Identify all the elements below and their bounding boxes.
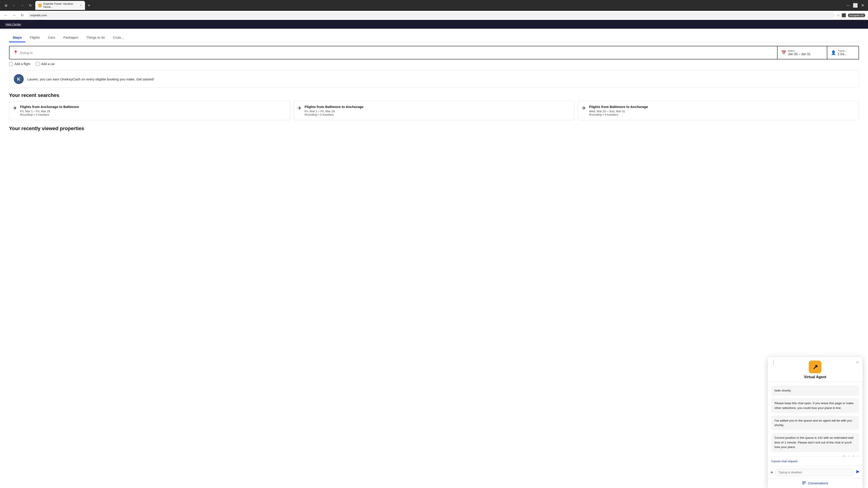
flight-icon-2: ✈ [582,105,586,111]
destination-field[interactable]: 📍 Going to [9,46,778,59]
search-card-1[interactable]: ✈ Flights from Baltimore to Anchorage Fr… [293,101,575,120]
card-detail2-1: Roundtrip • 2 travelers [305,113,364,116]
search-card-0[interactable]: ✈ Flights from Anchorage to Baltimore Fr… [9,101,290,120]
sidebar-icon[interactable]: ⬛ [842,13,846,18]
recent-searches-heading: Your recent searches [9,92,859,98]
tab-things-to-do[interactable]: Things to do [83,33,109,42]
add-flight-checkbox-label[interactable]: Add a flight [9,62,30,66]
card-detail2-0: Roundtrip • 2 travelers [20,113,79,116]
chat-message-1: Please keep this chat open. If you leave… [771,398,859,413]
back-button[interactable]: ← [11,2,17,8]
restore-window-button[interactable]: ⬜ [852,3,858,8]
forward-nav-button[interactable]: → [11,12,17,19]
browser-chrome: ⊕ ← → ↻ ✈ Expedia Travel: Vacation Home.… [0,0,868,11]
banner-avatar: K [14,74,24,84]
dates-label: Dates [788,50,811,52]
add-car-checkbox-label[interactable]: Add a car [36,62,55,66]
flight-icon-0: ✈ [13,105,17,111]
bookmark-icon[interactable]: ☆ [837,13,840,18]
page-content: Help Center Stays Flights Cars Packages … [0,20,868,488]
active-tab[interactable]: ✈ Expedia Travel: Vacation Home... × [35,1,85,10]
incognito-badge[interactable]: Incognito (2) [848,13,865,17]
tab-cruises[interactable]: Cruis... [110,33,127,42]
address-bar-right: ☆ ⬛ Incognito (2) [837,13,865,18]
forward-button[interactable]: → [19,2,25,8]
card-title-0: Flights from Anchorage to Baltimore [20,105,79,109]
browser-nav-controls: ⊕ ← → ↻ [3,2,33,8]
calendar-icon: 📅 [781,50,786,55]
card-info-2: Flights from Baltimore to Anchorage Wed,… [589,105,648,116]
card-detail1-2: Wed, Mar 20 – Sun, Mar 31 [589,109,648,113]
chat-options-button[interactable]: ⋮ [771,360,776,365]
chat-send-button[interactable] [855,469,860,475]
chat-input [775,468,854,476]
chat-add-button[interactable]: + [770,469,773,475]
recent-searches-cards: ✈ Flights from Anchorage to Baltimore Fr… [0,101,868,120]
card-detail1-0: Fri, Mar 1 – Fri, Mar 29 [20,109,79,113]
agent-logo: ↗ [809,361,822,373]
travelers-label: Travel... [838,50,847,52]
tab-stays[interactable]: Stays [9,33,25,42]
agent-title: Virtual Agent [804,375,827,379]
add-car-label: Add a car [41,62,55,66]
card-info-0: Flights from Anchorage to Baltimore Fri,… [20,105,79,116]
chat-message-3: Current position in the queue is 142 wit… [771,433,859,452]
help-center-link[interactable]: Help Center [5,23,21,26]
search-card-2[interactable]: ✈ Flights from Baltimore to Anchorage We… [578,101,859,120]
chat-widget: ⋮ ↗ Virtual Agent − hello shortly. Pleas… [768,357,863,488]
profile-switcher[interactable]: ⊕ [3,2,9,8]
tab-packages[interactable]: Packages [60,33,82,42]
cancel-chat-button[interactable]: Cancel chat request [771,459,798,464]
card-title-1: Flights from Baltimore to Anchorage [305,105,364,109]
svg-rect-2 [802,484,804,484]
dates-field-inner: Dates Jan 30 – Jan 31 [788,50,811,56]
reload-button[interactable]: ↻ [27,2,33,8]
extras-row: Add a flight Add a car [9,62,859,66]
url-input[interactable] [27,12,835,18]
tab-favicon: ✈ [38,4,41,7]
avatar-letter: K [17,76,20,82]
svg-rect-1 [802,483,806,483]
onekeycash-banner: K Lauren, you can earn OneKeyCash on eve… [9,70,859,88]
new-tab-button[interactable]: + [86,2,92,9]
card-title-2: Flights from Baltimore to Anchorage [589,105,648,109]
dates-field[interactable]: 📅 Dates Jan 30 – Jan 31 [778,46,827,59]
add-flight-label: Add a flight [14,62,30,66]
conversations-link[interactable]: Conversations [808,482,828,485]
close-window-button[interactable]: ✕ [860,3,865,8]
chat-header: ⋮ ↗ Virtual Agent − [768,357,863,382]
banner-text: Lauren, you can earn OneKeyCash on every… [27,77,154,81]
chat-minimize-button[interactable]: − [856,360,859,365]
tab-cars[interactable]: Cars [44,33,59,42]
chat-message-2: I've added you to the queue and an agent… [771,416,859,430]
person-icon: 👤 [831,50,836,55]
site-header: Help Center [0,20,868,29]
location-icon: 📍 [13,50,18,55]
travelers-field[interactable]: 👤 Travel... 2 tra... [827,46,859,59]
card-detail1-1: Fri, Mar 1 – Fri, Mar 29 [305,109,364,113]
search-tabs: Stays Flights Cars Packages Things to do… [9,33,859,42]
svg-rect-0 [802,482,806,482]
recently-viewed-heading: Your recently viewed properties [9,126,859,131]
tab-bar: ✈ Expedia Travel: Vacation Home... × + [35,1,842,10]
window-controls: ─ ⬜ ✕ [845,3,865,8]
minimize-window-button[interactable]: ─ [845,3,851,8]
reload-nav-button[interactable]: ↻ [19,12,25,19]
tab-flights[interactable]: Flights [26,33,43,42]
destination-placeholder: Going to [20,51,33,55]
back-nav-button[interactable]: ← [3,12,9,19]
card-detail2-2: Roundtrip • 4 travelers [589,113,648,116]
chat-input-row: + [768,466,863,478]
tab-close-button[interactable]: × [80,4,82,7]
dates-value: Jan 30 – Jan 31 [788,52,811,56]
chat-messages: hello shortly. Please keep this chat ope… [768,382,863,456]
search-section: Stays Flights Cars Packages Things to do… [0,29,868,70]
travelers-value: 2 tra... [838,52,847,56]
travelers-field-inner: Travel... 2 tra... [838,50,847,56]
add-car-checkbox[interactable] [36,62,39,66]
chat-message-0: hello shortly. [771,386,859,396]
add-flight-checkbox[interactable] [9,62,13,66]
chat-actions: Cancel chat request [768,456,863,466]
tab-title: Expedia Travel: Vacation Home... [43,2,78,8]
flight-icon-1: ✈ [298,105,302,111]
